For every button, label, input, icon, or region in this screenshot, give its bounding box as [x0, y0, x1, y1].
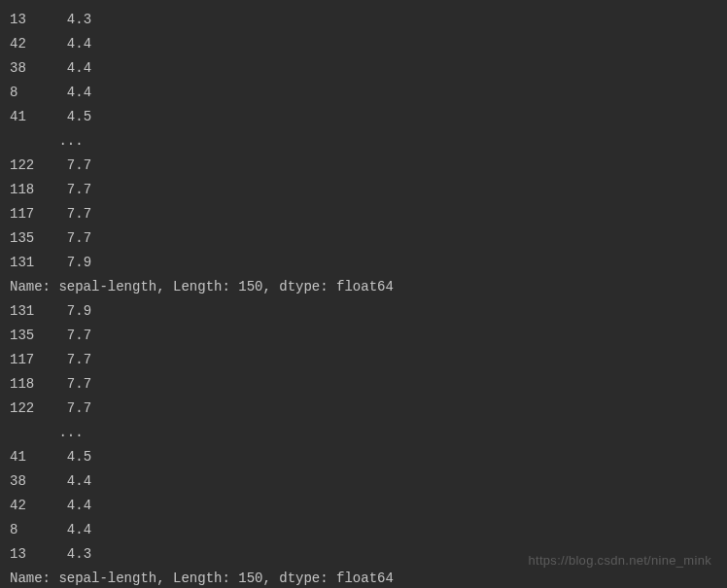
- console-output: 13 4.3 42 4.4 38 4.4 8 4.4 41 4.5 ... 12…: [10, 8, 717, 588]
- row-spacer: [34, 230, 67, 246]
- row-value: 4.4: [67, 85, 91, 100]
- row-spacer: [34, 352, 67, 367]
- row-value: 4.4: [67, 522, 91, 537]
- row-index: 117: [10, 352, 34, 367]
- row-spacer: [26, 546, 67, 562]
- row-value: 4.4: [67, 60, 91, 76]
- row-spacer: [34, 182, 67, 197]
- row-index: 42: [10, 36, 26, 52]
- row-value: 4.5: [67, 109, 91, 124]
- data-row: 13 4.3: [10, 8, 717, 32]
- row-spacer: [26, 498, 67, 513]
- row-index: 41: [10, 109, 26, 124]
- data-row: 118 7.7: [10, 178, 717, 202]
- row-index: 122: [10, 400, 34, 416]
- data-row: 38 4.4: [10, 56, 717, 81]
- data-row: 8 4.4: [10, 81, 717, 105]
- row-value: 4.3: [67, 12, 91, 27]
- data-row: 41 4.5: [10, 105, 717, 129]
- row-spacer: [34, 376, 67, 392]
- row-index: 13: [10, 12, 26, 27]
- row-value: 7.7: [67, 206, 91, 222]
- row-spacer: [34, 328, 67, 343]
- row-index: 135: [10, 230, 34, 246]
- watermark-text: https://blog.csdn.net/nine_mink: [528, 548, 711, 572]
- row-index: 131: [10, 255, 34, 270]
- data-row: 38 4.4: [10, 469, 717, 494]
- row-index: 41: [10, 449, 26, 465]
- row-spacer: [26, 109, 67, 124]
- row-spacer: [34, 303, 67, 319]
- row-value: 4.3: [67, 546, 91, 562]
- row-value: 7.7: [67, 328, 91, 343]
- row-value: 4.5: [67, 449, 91, 465]
- row-value: 7.7: [67, 182, 91, 197]
- row-spacer: [34, 255, 67, 270]
- row-spacer: [34, 206, 67, 222]
- data-row: 135 7.7: [10, 324, 717, 348]
- data-row: 131 7.9: [10, 299, 717, 324]
- row-value: 7.7: [67, 352, 91, 367]
- row-spacer: [26, 473, 67, 489]
- row-value: 7.9: [67, 255, 91, 270]
- row-index: 135: [10, 328, 34, 343]
- row-spacer: [26, 12, 67, 27]
- row-index: 118: [10, 376, 34, 392]
- data-row: 122 7.7: [10, 154, 717, 178]
- data-row: 131 7.9: [10, 251, 717, 275]
- data-row: 42 4.4: [10, 32, 717, 56]
- row-index: 38: [10, 473, 26, 489]
- row-value: 7.7: [67, 376, 91, 392]
- row-index: 38: [10, 60, 26, 76]
- data-row: 135 7.7: [10, 226, 717, 251]
- data-row: 42 4.4: [10, 494, 717, 518]
- ellipsis-row: ...: [10, 421, 717, 445]
- data-row: 122 7.7: [10, 397, 717, 421]
- data-row: 118 7.7: [10, 372, 717, 397]
- series-summary: Name: sepal-length, Length: 150, dtype: …: [10, 275, 717, 299]
- data-row: 117 7.7: [10, 202, 717, 226]
- row-spacer: [17, 522, 66, 537]
- row-index: 131: [10, 303, 34, 319]
- row-value: 7.7: [67, 157, 91, 173]
- row-value: 7.9: [67, 303, 91, 319]
- row-index: 42: [10, 498, 26, 513]
- row-value: 4.4: [67, 498, 91, 513]
- row-spacer: [26, 36, 67, 52]
- row-spacer: [26, 449, 67, 465]
- row-spacer: [34, 157, 67, 173]
- row-spacer: [34, 400, 67, 416]
- row-value: 4.4: [67, 473, 91, 489]
- data-row: 117 7.7: [10, 348, 717, 372]
- row-index: 122: [10, 157, 34, 173]
- row-value: 7.7: [67, 230, 91, 246]
- row-spacer: [26, 60, 67, 76]
- row-index: 117: [10, 206, 34, 222]
- row-index: 118: [10, 182, 34, 197]
- data-row: 8 4.4: [10, 518, 717, 542]
- ellipsis-row: ...: [10, 129, 717, 154]
- row-spacer: [17, 85, 66, 100]
- row-index: 13: [10, 546, 26, 562]
- row-value: 7.7: [67, 400, 91, 416]
- data-row: 41 4.5: [10, 445, 717, 469]
- row-value: 4.4: [67, 36, 91, 52]
